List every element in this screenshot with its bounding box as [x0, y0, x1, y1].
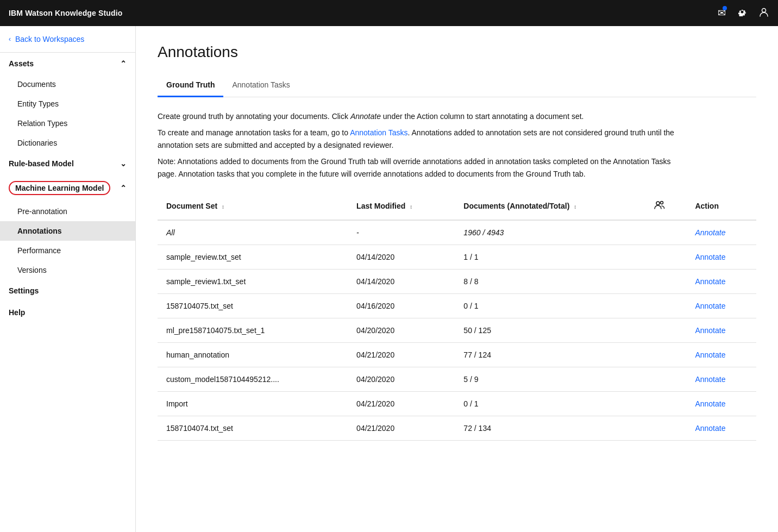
- cell-user: [645, 220, 687, 245]
- table-row: sample_review.txt_set04/14/20201 / 1Anno…: [158, 245, 756, 269]
- col-user: [645, 193, 687, 220]
- col-documents[interactable]: Documents (Annotated/Total) ↕: [455, 193, 645, 220]
- table-row: Import04/21/20200 / 1Annotate: [158, 391, 756, 416]
- col-last-modified[interactable]: Last Modified ↕: [348, 193, 455, 220]
- assets-label: Assets: [9, 59, 34, 68]
- assets-chevron-icon: ⌃: [120, 59, 127, 68]
- main-content: Annotations Ground Truth Annotation Task…: [136, 26, 778, 532]
- cell-documents: 1960 / 4943: [455, 220, 645, 245]
- annotation-tasks-link[interactable]: Annotation Tasks: [350, 128, 407, 137]
- cell-user: [645, 391, 687, 416]
- notification-icon[interactable]: ✉: [718, 7, 726, 19]
- col-document-set[interactable]: Document Set ↕: [158, 193, 348, 220]
- cell-document-set: 1587104074.txt_set: [158, 416, 348, 440]
- cell-user: [645, 416, 687, 440]
- cell-last-modified: 04/21/2020: [348, 342, 455, 367]
- rule-based-model-label: Rule-based Model: [9, 159, 74, 168]
- annotate-link[interactable]: Annotate: [695, 277, 725, 286]
- nav-icons: ✉: [718, 7, 769, 20]
- cell-action: Annotate: [686, 245, 756, 269]
- table-row: 1587104075.txt_set04/16/20200 / 1Annotat…: [158, 293, 756, 318]
- notification-badge: [723, 6, 727, 10]
- cell-user: [645, 269, 687, 293]
- assets-section: Assets ⌃ Documents Entity Types Relation…: [0, 53, 135, 153]
- annotate-link[interactable]: Annotate: [695, 375, 725, 384]
- rule-based-chevron-icon: ⌄: [120, 159, 127, 168]
- page-title: Annotations: [158, 43, 756, 61]
- table-row: custom_model1587104495212....04/20/20205…: [158, 367, 756, 391]
- app-brand: IBM Watson Knowledge Studio: [9, 9, 122, 17]
- annotate-link[interactable]: Annotate: [695, 351, 725, 359]
- ml-chevron-icon: ⌃: [120, 184, 127, 192]
- cell-documents: 0 / 1: [455, 391, 645, 416]
- sidebar-item-documents[interactable]: Documents: [0, 74, 135, 94]
- cell-last-modified: 04/14/2020: [348, 245, 455, 269]
- sidebar-item-pre-annotation[interactable]: Pre-annotation: [0, 202, 135, 221]
- cell-document-set: sample_review1.txt_set: [158, 269, 348, 293]
- cell-user: [645, 245, 687, 269]
- main-layout: ‹ Back to Workspaces Assets ⌃ Documents …: [0, 26, 778, 532]
- table-row: 1587104074.txt_set04/21/202072 / 134Anno…: [158, 416, 756, 440]
- cell-user: [645, 342, 687, 367]
- app-title-bold: Watson Knowledge Studio: [25, 9, 122, 17]
- cell-action: Annotate: [686, 342, 756, 367]
- annotate-link[interactable]: Annotate: [695, 228, 725, 237]
- desc-italic: Annotate: [350, 112, 381, 121]
- back-label: Back to Workspaces: [15, 35, 84, 43]
- sidebar-item-versions[interactable]: Versions: [0, 260, 135, 280]
- user-group-icon: [654, 202, 665, 212]
- cell-document-set: human_annotation: [158, 342, 348, 367]
- annotate-link[interactable]: Annotate: [695, 424, 725, 433]
- ml-model-header[interactable]: Machine Learning Model ⌃: [0, 174, 135, 202]
- cell-documents: 50 / 125: [455, 318, 645, 342]
- tabs: Ground Truth Annotation Tasks: [158, 74, 756, 97]
- tab-ground-truth[interactable]: Ground Truth: [158, 74, 223, 97]
- settings-icon[interactable]: [737, 7, 748, 20]
- cell-document-set: sample_review.txt_set: [158, 245, 348, 269]
- rule-based-model-header[interactable]: Rule-based Model ⌄: [0, 153, 135, 174]
- sidebar-settings[interactable]: Settings: [0, 280, 135, 302]
- sidebar-help[interactable]: Help: [0, 302, 135, 323]
- cell-last-modified: 04/21/2020: [348, 391, 455, 416]
- sidebar-item-relation-types[interactable]: Relation Types: [0, 114, 135, 133]
- col-action: Action: [686, 193, 756, 220]
- annotate-link[interactable]: Annotate: [695, 302, 725, 310]
- cell-documents: 5 / 9: [455, 367, 645, 391]
- sidebar-item-dictionaries[interactable]: Dictionaries: [0, 133, 135, 153]
- sidebar-item-entity-types[interactable]: Entity Types: [0, 94, 135, 114]
- sidebar-item-annotations[interactable]: Annotations: [0, 221, 135, 241]
- cell-documents: 77 / 124: [455, 342, 645, 367]
- cell-documents: 0 / 1: [455, 293, 645, 318]
- table-row: All-1960 / 4943Annotate: [158, 220, 756, 245]
- cell-last-modified: -: [348, 220, 455, 245]
- user-icon[interactable]: [758, 7, 769, 20]
- cell-action: Annotate: [686, 293, 756, 318]
- annotate-link[interactable]: Annotate: [695, 399, 725, 408]
- cell-action: Annotate: [686, 391, 756, 416]
- cell-action: Annotate: [686, 367, 756, 391]
- app-title-ibm: IBM: [9, 9, 25, 17]
- sidebar-item-performance[interactable]: Performance: [0, 241, 135, 260]
- sort-document-set-icon: ↕: [222, 204, 224, 210]
- svg-point-1: [656, 202, 660, 205]
- annotate-link[interactable]: Annotate: [695, 253, 725, 261]
- sort-last-modified-icon: ↕: [410, 204, 412, 210]
- back-arrow-icon: ‹: [9, 35, 11, 43]
- back-to-workspaces[interactable]: ‹ Back to Workspaces: [0, 26, 135, 53]
- annotate-link[interactable]: Annotate: [695, 326, 725, 335]
- cell-action: Annotate: [686, 318, 756, 342]
- desc-line2a: To create and manage annotation tasks fo…: [158, 128, 350, 137]
- tab-annotation-tasks[interactable]: Annotation Tasks: [223, 74, 298, 97]
- cell-action: Annotate: [686, 416, 756, 440]
- cell-document-set: 1587104075.txt_set: [158, 293, 348, 318]
- cell-user: [645, 293, 687, 318]
- assets-header[interactable]: Assets ⌃: [0, 53, 135, 74]
- description-text: Create ground truth by annotating your d…: [158, 110, 679, 180]
- cell-document-set: Import: [158, 391, 348, 416]
- table-row: ml_pre1587104075.txt_set_104/20/202050 /…: [158, 318, 756, 342]
- cell-last-modified: 04/14/2020: [348, 269, 455, 293]
- svg-point-2: [660, 201, 663, 204]
- cell-action: Annotate: [686, 269, 756, 293]
- table-row: human_annotation04/21/202077 / 124Annota…: [158, 342, 756, 367]
- cell-document-set: All: [158, 220, 348, 245]
